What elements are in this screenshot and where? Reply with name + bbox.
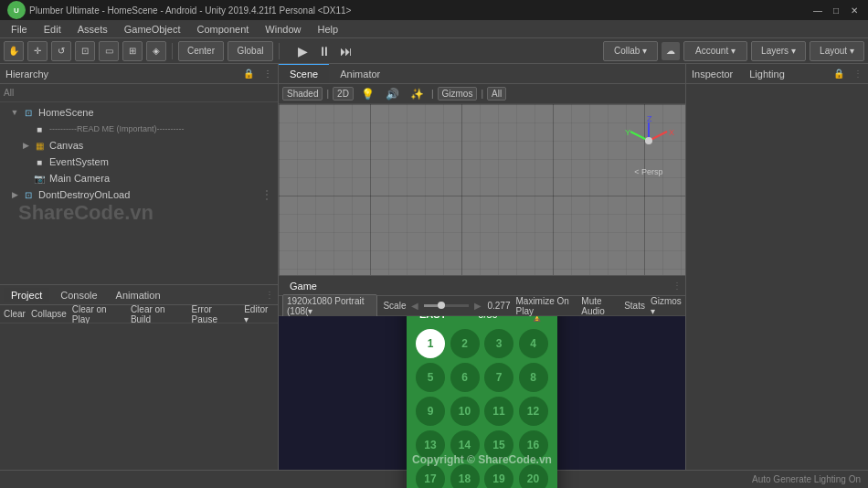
step-button[interactable]: ⏭ xyxy=(336,41,356,61)
tab-animator[interactable]: Animator xyxy=(329,64,391,83)
level-btn-9[interactable]: 9 xyxy=(416,397,445,426)
layout-button[interactable]: Layout ▾ xyxy=(810,41,864,61)
game-watermark: Copyright © ShareCode.vn xyxy=(412,453,552,466)
hierarchy-all-btn[interactable]: All xyxy=(4,88,14,98)
audio-btn[interactable]: 🔊 xyxy=(382,88,403,101)
stats-btn[interactable]: Stats xyxy=(624,301,645,311)
fx-btn[interactable]: ✨ xyxy=(407,88,428,101)
main-layout: Hierarchy 🔒 ⋮ All ▼ ⊡ HomeScene ■ ------… xyxy=(0,64,868,488)
hier-item-readme[interactable]: ■ ----------READ ME (Important)---------… xyxy=(0,121,278,137)
menu-edit[interactable]: Edit xyxy=(37,22,69,37)
scale-icon-left: ◀ xyxy=(411,301,418,311)
play-button[interactable]: ▶ xyxy=(292,41,312,61)
gizmos-game-btn[interactable]: Gizmos ▾ xyxy=(651,296,682,316)
hier-item-dontdestroy[interactable]: ▶ ⊡ DontDestroyOnLoad ⋮ xyxy=(0,186,278,203)
hier-item-eventsystem[interactable]: ■ EventSystem xyxy=(0,154,278,170)
light-btn[interactable]: 💡 xyxy=(357,88,378,101)
menu-assets[interactable]: Assets xyxy=(70,22,115,37)
hierarchy-menu[interactable]: ⋮ xyxy=(263,69,272,79)
collapse-btn[interactable]: Collapse xyxy=(31,309,67,319)
hier-item-homescene[interactable]: ▼ ⊡ HomeScene xyxy=(0,104,278,121)
level-btn-3[interactable]: 3 xyxy=(484,329,513,358)
hier-item-maincamera[interactable]: 📷 Main Camera xyxy=(0,170,278,186)
layers-button[interactable]: Layers ▾ xyxy=(751,41,806,61)
project-tabs: Project Console Animation ⋮ xyxy=(0,285,278,305)
window-controls[interactable]: — □ ✕ xyxy=(811,4,861,16)
lighting-tab[interactable]: Lighting xyxy=(749,69,785,80)
hierarchy-tab[interactable]: Hierarchy xyxy=(5,69,48,80)
menu-component[interactable]: Component xyxy=(189,22,256,37)
rect-tool[interactable]: ▭ xyxy=(99,41,119,61)
scene-toolbar: Shaded | 2D 💡 🔊 ✨ | Gizmos | All xyxy=(279,84,685,104)
level-btn-6[interactable]: 6 xyxy=(450,363,480,392)
pause-button[interactable]: ⏸ xyxy=(314,41,334,61)
level-btn-20[interactable]: 20 xyxy=(519,464,548,489)
move-tool[interactable]: ✛ xyxy=(27,41,48,61)
hand-tool[interactable]: ✋ xyxy=(4,41,24,61)
collab-button[interactable]: Collab ▾ xyxy=(603,41,658,61)
level-btn-18[interactable]: 18 xyxy=(450,464,480,489)
tab-console[interactable]: Console xyxy=(53,288,104,302)
clear-on-build-btn[interactable]: Clear on Build xyxy=(131,304,186,324)
menu-file[interactable]: File xyxy=(4,22,35,37)
gizmo-svg: X Y Z xyxy=(621,113,676,168)
global-toggle[interactable]: Global xyxy=(228,41,273,61)
resolution-dropdown[interactable]: 1920x1080 Portrait (108(▾ xyxy=(282,294,377,318)
minimize-btn[interactable]: — xyxy=(811,4,824,16)
all-layers-btn[interactable]: All xyxy=(487,87,506,101)
level-btn-17[interactable]: 17 xyxy=(416,464,445,489)
clear-on-play-btn[interactable]: Clear on Play xyxy=(72,304,125,324)
shaded-dropdown[interactable]: Shaded xyxy=(282,87,323,101)
hier-item-canvas[interactable]: ▶ ▦ Canvas xyxy=(0,137,278,154)
level-btn-11[interactable]: 11 xyxy=(484,397,513,426)
tab-scene[interactable]: Scene xyxy=(279,64,329,83)
transform-tool[interactable]: ⊞ xyxy=(122,41,143,61)
tab-animation[interactable]: Animation xyxy=(109,288,168,302)
scale-tool[interactable]: ⊡ xyxy=(75,41,95,61)
tab-game[interactable]: Game xyxy=(282,279,324,293)
level-btn-4[interactable]: 4 xyxy=(519,329,548,358)
inspector-lock[interactable]: 🔒 xyxy=(833,69,844,79)
gizmos-btn[interactable]: Gizmos xyxy=(438,87,478,101)
inspector-tab[interactable]: Inspector xyxy=(692,69,733,80)
level-btn-7[interactable]: 7 xyxy=(484,363,513,392)
obj-icon-readme: ■ xyxy=(33,122,46,135)
hierarchy-lock[interactable]: 🔒 xyxy=(243,69,254,79)
main-toolbar: ✋ ✛ ↺ ⊡ ▭ ⊞ ◈ Center Global ▶ ⏸ ⏭ Collab… xyxy=(0,38,868,64)
level-btn-2[interactable]: 2 xyxy=(450,329,480,358)
rotate-tool[interactable]: ↺ xyxy=(51,41,71,61)
hierarchy-content: ▼ ⊡ HomeScene ■ ----------READ ME (Impor… xyxy=(0,102,278,284)
scale-label: Scale xyxy=(383,301,406,311)
tab-project[interactable]: Project xyxy=(4,288,49,302)
close-btn[interactable]: ✕ xyxy=(848,4,861,16)
mute-audio-btn[interactable]: Mute Audio xyxy=(581,296,619,316)
level-btn-10[interactable]: 10 xyxy=(450,397,480,426)
custom-tool[interactable]: ◈ xyxy=(146,41,166,61)
level-btn-8[interactable]: 8 xyxy=(519,363,548,392)
scene-gizmo[interactable]: X Y Z < Persp xyxy=(621,113,676,168)
scale-slider[interactable] xyxy=(424,304,469,307)
game-content[interactable]: Copyright © ShareCode.vn ‹ LEVELS EASY 0… xyxy=(279,316,685,488)
account-button[interactable]: Account ▾ xyxy=(683,41,747,61)
maximize-on-play-btn[interactable]: Maximize On Play xyxy=(515,296,576,316)
editor-dropdown-btn[interactable]: Editor ▾ xyxy=(244,304,274,324)
menu-window[interactable]: Window xyxy=(258,22,308,37)
level-btn-19[interactable]: 19 xyxy=(484,464,513,489)
project-menu-btn[interactable]: ⋮ xyxy=(265,290,274,300)
2d-btn[interactable]: 2D xyxy=(333,87,354,101)
level-btn-5[interactable]: 5 xyxy=(416,363,445,392)
menu-gameobject[interactable]: GameObject xyxy=(117,22,188,37)
level-btn-1[interactable]: 1 xyxy=(416,329,445,358)
inspector-menu[interactable]: ⋮ xyxy=(853,69,863,79)
level-btn-12[interactable]: 12 xyxy=(519,397,548,426)
game-menu-btn[interactable]: ⋮ xyxy=(672,281,682,291)
cloud-btn[interactable]: ☁ xyxy=(662,42,680,60)
error-pause-btn[interactable]: Error Pause xyxy=(192,304,239,324)
center-toggle[interactable]: Center xyxy=(178,41,224,61)
maximize-btn[interactable]: □ xyxy=(830,4,842,16)
persp-label[interactable]: < Persp xyxy=(621,167,676,176)
clear-btn[interactable]: Clear xyxy=(4,309,26,319)
hierarchy-panel: Hierarchy 🔒 ⋮ All ▼ ⊡ HomeScene ■ ------… xyxy=(0,64,279,488)
hier-menu-dontdestroy[interactable]: ⋮ xyxy=(261,188,272,201)
menu-help[interactable]: Help xyxy=(310,22,345,37)
